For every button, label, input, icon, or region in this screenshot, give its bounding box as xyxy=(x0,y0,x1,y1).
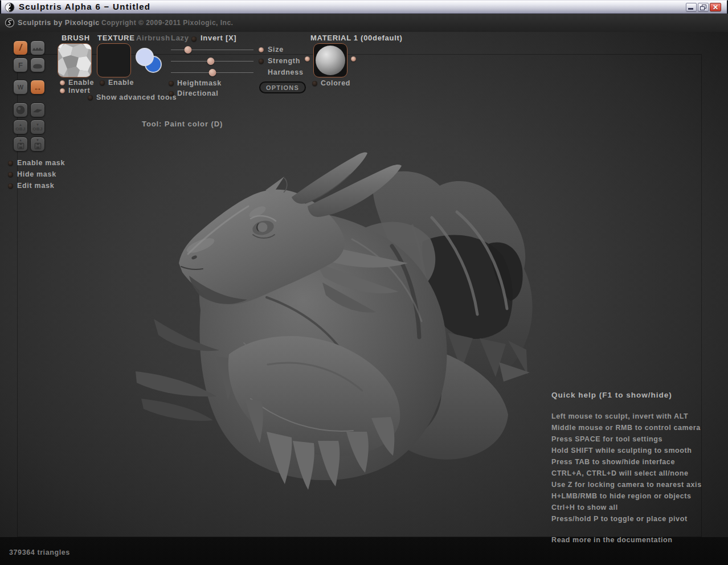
flatten-button[interactable] xyxy=(30,58,45,72)
hide-mask-label[interactable]: Hide mask xyxy=(17,170,56,178)
arrow-down-icon: ▼ xyxy=(36,123,39,126)
hide-mask-radio[interactable] xyxy=(8,172,13,177)
main-area: BRUSH TEXTURE Airbrush Lazy Invert [X] M… xyxy=(0,32,728,565)
help-footer: Read more in the documentation xyxy=(551,536,672,544)
open-file-button[interactable]: ▲ xyxy=(13,137,28,152)
clay-bumps-icon xyxy=(31,42,44,54)
arrow-up-icon: ▲ xyxy=(19,123,22,126)
heightmask-radio[interactable] xyxy=(169,81,174,86)
triangle-count: 379364 triangles xyxy=(9,548,70,556)
restore-button[interactable] xyxy=(698,3,709,11)
new-sphere-button[interactable] xyxy=(13,103,28,117)
brush-invert-radio[interactable] xyxy=(60,88,65,93)
enable-mask-radio[interactable] xyxy=(8,161,13,166)
clay-brush-button[interactable] xyxy=(30,40,45,55)
close-icon: ✕ xyxy=(710,3,721,11)
export-obj-button[interactable]: ▼ OBJ xyxy=(30,120,45,134)
invert-x-radio[interactable] xyxy=(191,36,197,42)
material-sphere-icon xyxy=(316,46,345,75)
strength-label[interactable]: Strength xyxy=(268,57,300,65)
size-slider[interactable] xyxy=(171,46,253,54)
flatten-icon xyxy=(31,59,44,71)
hardness-label[interactable]: Hardness xyxy=(268,68,304,76)
size-label[interactable]: Size xyxy=(268,46,284,54)
help-line: Press TAB to show/hide interface xyxy=(551,456,702,468)
dragon-model xyxy=(136,153,533,490)
sphere-icon xyxy=(14,104,27,116)
title-bar[interactable]: Sculptris Alpha 6 − Untitled ✕ xyxy=(0,0,728,14)
lazy-mode-button[interactable]: Lazy xyxy=(171,34,189,42)
material-preview[interactable] xyxy=(313,43,347,77)
edit-mask-label[interactable]: Edit mask xyxy=(17,182,54,190)
strength-slider-handle[interactable] xyxy=(207,58,214,65)
invert-x-label[interactable]: Invert [X] xyxy=(201,34,236,42)
size-radio[interactable] xyxy=(259,47,264,52)
material-next-dot[interactable] xyxy=(351,56,356,62)
help-line: Left mouse to sculpt, invert with ALT xyxy=(551,411,702,422)
show-advanced-label[interactable]: Show advanced tools xyxy=(96,93,177,101)
save-file-button[interactable]: ▼ xyxy=(30,137,45,152)
brush-pattern-icon xyxy=(58,44,91,77)
arrow-up-icon: ▲ xyxy=(19,138,22,142)
show-advanced-radio[interactable] xyxy=(88,95,93,100)
help-line: Press SPACE for tool settings xyxy=(551,433,702,445)
strength-radio[interactable] xyxy=(259,59,264,64)
colored-radio[interactable] xyxy=(312,81,317,86)
brush-tip-preview[interactable] xyxy=(136,48,166,77)
floppy-disk-icon xyxy=(17,142,24,150)
floppy-disk-icon xyxy=(34,142,42,150)
quick-help-title: Quick help (F1 to show/hide) xyxy=(551,391,672,399)
material-section-label: MATERIAL 1 (00default) xyxy=(310,34,403,42)
help-line: Ctrl+H to show all xyxy=(551,502,702,513)
hardness-slider[interactable] xyxy=(171,69,253,76)
enable-mask-label[interactable]: Enable mask xyxy=(17,159,65,167)
edit-mask-radio[interactable] xyxy=(8,183,13,189)
fill-button[interactable]: F xyxy=(13,58,28,72)
texture-enable-radio[interactable] xyxy=(100,80,105,85)
sculptris-logo-icon xyxy=(5,18,15,28)
brush-thumbnail[interactable] xyxy=(58,43,92,77)
import-obj-button[interactable]: ▲ OBJ xyxy=(13,120,28,134)
directional-label[interactable]: Directional xyxy=(177,89,218,97)
brush-enable-label[interactable]: Enable xyxy=(68,79,94,87)
wireframe-button[interactable]: W xyxy=(13,80,28,95)
brush-enable-radio[interactable] xyxy=(60,80,65,85)
symmetry-button[interactable]: ↔ xyxy=(30,80,45,95)
colored-label[interactable]: Colored xyxy=(321,79,350,87)
size-slider-handle[interactable] xyxy=(185,46,192,54)
help-line: Hold SHIFT while sculpting to smooth xyxy=(551,445,702,456)
minimize-button[interactable] xyxy=(686,3,697,11)
texture-enable-label[interactable]: Enable xyxy=(108,79,134,87)
app-icon xyxy=(5,2,15,13)
brush-tip-front-circle-icon xyxy=(136,48,154,66)
close-button[interactable]: ✕ xyxy=(710,3,721,11)
new-plane-button[interactable] xyxy=(30,103,45,117)
help-line: H+LMB/RMB to hide region or objects xyxy=(551,490,702,502)
texture-section-label: TEXTURE xyxy=(97,34,135,42)
strength-slider[interactable] xyxy=(171,58,253,65)
minimize-icon xyxy=(688,8,693,10)
hardness-slider-handle[interactable] xyxy=(208,69,216,76)
arrow-down-icon: ▼ xyxy=(36,138,39,142)
tool-status: Tool: Paint color (D) xyxy=(142,120,223,128)
texture-thumbnail[interactable] xyxy=(97,43,131,77)
menu-strip: Sculptris by Pixologic Copyright © 2009-… xyxy=(0,14,728,32)
material-prev-dot[interactable] xyxy=(305,56,310,62)
help-line: Press/hold P to toggle or place pivot xyxy=(551,513,702,525)
plane-icon xyxy=(31,104,44,116)
brand-text: Sculptris by Pixologic xyxy=(18,19,100,27)
window-title: Sculptris Alpha 6 − Untitled xyxy=(19,2,150,11)
brush-section-label: BRUSH xyxy=(62,34,90,42)
heightmask-label[interactable]: Heightmask xyxy=(177,79,222,87)
directional-radio[interactable] xyxy=(169,91,174,96)
airbrush-mode-button[interactable]: Airbrush xyxy=(136,34,170,42)
app-window: Sculptris Alpha 6 − Untitled ✕ Sculptris… xyxy=(0,0,728,565)
help-line: Use Z for locking camera to nearest axis xyxy=(551,479,702,490)
brush-invert-label[interactable]: Invert xyxy=(68,87,90,95)
options-button[interactable]: OPTIONS xyxy=(259,81,306,93)
quick-help-lines: Left mouse to sculpt, invert with ALT Mi… xyxy=(551,411,702,525)
copyright-text: Copyright © 2009-2011 Pixologic, Inc. xyxy=(101,19,233,27)
paint-brush-button[interactable]: / xyxy=(13,40,28,55)
help-line: Middle mouse or RMB to control camera xyxy=(551,422,702,433)
help-line: CTRL+A, CTRL+D will select all/none xyxy=(551,468,702,479)
